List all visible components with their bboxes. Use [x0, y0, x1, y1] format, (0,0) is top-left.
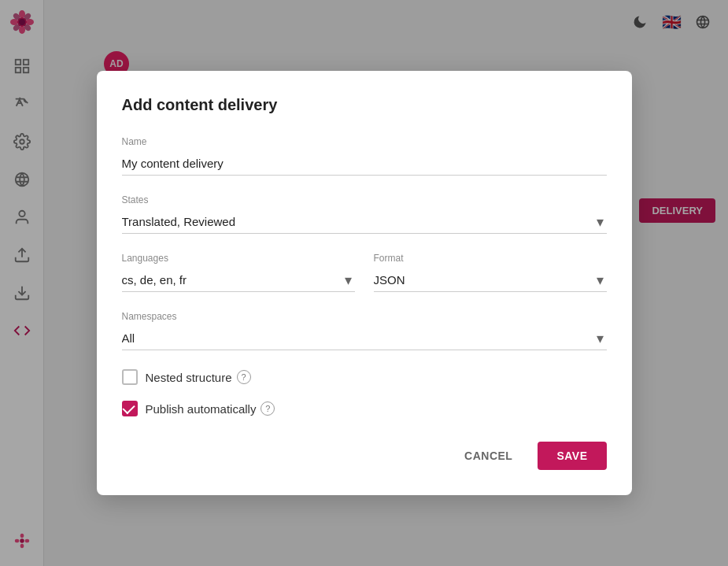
languages-label: Languages [122, 253, 355, 264]
nested-structure-checkbox[interactable] [122, 369, 138, 385]
namespaces-label: Namespaces [122, 311, 607, 322]
format-select-container: JSON YAML XLIFF ▾ [374, 268, 607, 292]
publish-automatically-group: Publish automatically ? [122, 401, 607, 416]
publish-automatically-checkbox[interactable] [122, 401, 138, 416]
languages-select-container: cs, de, en, fr All ▾ [122, 268, 355, 292]
nested-structure-help[interactable]: ? [237, 370, 251, 384]
states-field-group: States Translated, Reviewed Translated R… [122, 194, 607, 234]
states-select[interactable]: Translated, Reviewed Translated Reviewed [122, 210, 607, 234]
format-field-group: Format JSON YAML XLIFF ▾ [374, 253, 607, 292]
states-select-container: Translated, Reviewed Translated Reviewed… [122, 210, 607, 234]
publish-automatically-label: Publish automatically ? [146, 401, 275, 416]
languages-field-group: Languages cs, de, en, fr All ▾ [122, 253, 355, 292]
format-label: Format [374, 253, 607, 264]
cancel-button[interactable]: CANCEL [449, 442, 528, 470]
states-label: States [122, 194, 607, 205]
dialog-title: Add content delivery [122, 96, 607, 114]
add-content-delivery-dialog: Add content delivery Name States Transla… [97, 71, 632, 495]
name-label: Name [122, 136, 607, 147]
namespaces-select[interactable]: All [122, 327, 607, 350]
languages-format-row: Languages cs, de, en, fr All ▾ Format JS… [122, 253, 607, 292]
namespaces-field-group: Namespaces All ▾ [122, 311, 607, 350]
name-field-group: Name [122, 136, 607, 176]
languages-select[interactable]: cs, de, en, fr All [122, 268, 355, 292]
name-input[interactable] [122, 152, 607, 176]
format-select[interactable]: JSON YAML XLIFF [374, 268, 607, 292]
publish-automatically-help[interactable]: ? [261, 401, 275, 416]
modal-overlay: Add content delivery Name States Transla… [0, 0, 728, 566]
nested-structure-group: Nested structure ? [122, 369, 607, 385]
namespaces-select-container: All ▾ [122, 327, 607, 350]
dialog-actions: CANCEL SAVE [122, 442, 607, 470]
save-button[interactable]: SAVE [538, 442, 606, 470]
nested-structure-label: Nested structure ? [146, 370, 251, 384]
